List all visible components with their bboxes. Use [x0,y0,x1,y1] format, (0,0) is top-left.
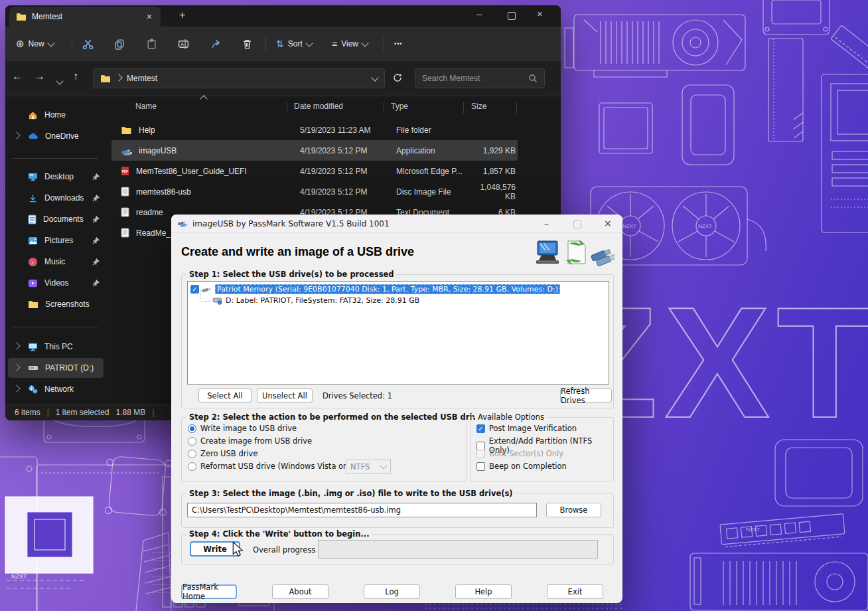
drive-row[interactable]: ✓ Patriot Memory (Serial: 9E0B01077040 D… [190,284,560,294]
sidebar-item-screenshots[interactable]: Screenshots [8,294,104,314]
option-post-image-verification[interactable]: ✓ Post Image Verification [476,424,577,433]
file-row-disc-image[interactable]: memtest86-usb 4/19/2023 5:12 PM Disc Ima… [111,181,518,202]
sidebar-item-pictures[interactable]: Pictures [8,230,104,250]
copy-button[interactable] [113,33,126,54]
checkbox[interactable] [476,462,485,471]
breadcrumb-chevron-icon [115,74,122,81]
select-all-button[interactable]: Select All [198,389,252,402]
tab-memtest[interactable]: Memtest × [9,7,161,27]
share-button[interactable] [209,33,222,54]
log-button[interactable]: Log [364,584,420,599]
drive-checkbox[interactable]: ✓ [190,285,199,294]
pin-icon [92,258,100,266]
volume-drive-icon: i [212,297,223,305]
radio-zero-drive[interactable]: Zero USB drive [188,449,258,458]
column-divider [384,102,384,114]
sidebar-item-desktop[interactable]: Desktop [8,167,104,187]
videos-icon [28,278,38,288]
browse-button[interactable]: Browse [546,503,601,517]
new-tab-button[interactable]: + [179,9,185,21]
new-button[interactable]: ⊕ New [16,33,54,54]
home-icon [28,110,38,120]
sidebar-item-onedrive[interactable]: OneDrive [8,126,104,146]
sidebar-divider [12,158,98,159]
drives-selected-count: Drives Selected: 1 [323,391,392,400]
window-minimize-button[interactable]: – [476,8,482,19]
step3-label: Step 3: Select the image (.bin, .img or … [186,489,516,498]
sidebar-item-label: This PC [44,342,73,351]
dialog-close-button[interactable]: × [604,218,612,228]
volume-row[interactable]: i D: Label: PATRIOT, FileSystem: FAT32, … [196,296,419,305]
up-button[interactable]: ↑ [73,70,78,82]
help-button[interactable]: Help [455,584,512,599]
radio-icon[interactable] [188,437,196,446]
chevron-down-icon [305,39,313,46]
file-row-help[interactable]: Help 5/19/2023 11:23 AM File folder [111,120,518,140]
address-bar[interactable]: Memtest [93,68,385,88]
selection-count: 1 item selected [56,408,109,417]
checked-checkbox[interactable]: ✓ [476,424,485,433]
radio-selected-icon[interactable] [188,424,196,433]
svg-text:i: i [219,301,220,304]
paste-button[interactable] [145,33,158,54]
dialog-minimize-button[interactable]: – [544,218,549,228]
music-icon: ♪ [28,257,38,267]
dialog-title-bar[interactable]: imageUSB by PassMark Software V1.5 Build… [171,215,622,233]
column-header-type[interactable]: Type [391,102,408,111]
column-header-size[interactable]: Size [471,102,486,111]
chevron-down-icon [47,39,54,46]
usb-drive-list[interactable]: ✓ Patriot Memory (Serial: 9E0B01077040 D… [187,281,609,385]
recent-locations-button[interactable] [57,74,62,86]
sidebar-item-home[interactable]: Home [8,105,104,125]
sort-label: Sort [288,39,303,48]
search-icon [528,74,538,83]
step4-label: Step 4: Click the 'Write' button to begi… [186,529,372,539]
window-maximize-button[interactable] [508,11,516,22]
radio-icon[interactable] [188,450,196,458]
about-button[interactable]: About [272,584,328,599]
passmark-home-button[interactable]: PassMark Home [181,584,237,599]
refresh-drives-button[interactable]: Refresh Drives [560,389,612,402]
tab-close-icon[interactable]: × [145,11,154,22]
window-close-button[interactable]: × [537,8,543,19]
image-path-input[interactable]: C:\Users\TestPC\Desktop\Memtest\memtest8… [187,503,537,517]
sidebar-item-videos[interactable]: Videos [8,273,104,293]
forward-button[interactable]: → [35,70,45,82]
step3-group: Step 3: Select the image (.bin, .img or … [181,493,614,528]
sidebar-item-this-pc[interactable]: This PC [8,337,104,357]
exit-button[interactable]: Exit [547,584,603,599]
radio-reformat-drive[interactable]: Reformat USB drive (Windows Vista or lat… [188,462,370,471]
delete-button[interactable] [241,33,253,54]
sidebar-item-network[interactable]: Network [8,379,104,399]
see-more-button[interactable]: ••• [394,33,402,54]
radio-write-image[interactable]: Write image to USB drive [188,424,297,433]
file-row-imageusb[interactable]: imageUSB 4/19/2023 5:12 PM Application 1… [111,140,518,161]
column-header-name[interactable]: Name [135,102,157,111]
address-dropdown-icon[interactable] [371,74,378,81]
radio-icon[interactable] [188,462,196,471]
back-button[interactable]: ← [12,70,23,82]
sort-button[interactable]: ⇅ Sort [276,33,312,54]
tab-title: Memtest [32,12,139,21]
option-boot-sectors: Boot Sector(s) Only [476,449,563,458]
option-beep-on-completion[interactable]: Beep on Completion [476,462,567,471]
sidebar-divider [12,327,98,327]
sidebar-item-documents[interactable]: Documents [8,209,104,229]
search-box[interactable]: Search Memtest [415,68,545,88]
drive-description[interactable]: Patriot Memory (Serial: 9E0B01077040 Dis… [215,284,560,294]
more-icon: ••• [394,41,402,47]
view-button[interactable]: ≡ View [332,33,368,54]
refresh-button[interactable] [392,72,403,83]
unselect-all-button[interactable]: Unselect All [257,389,313,402]
cut-button[interactable] [82,33,94,54]
volume-description[interactable]: D: Label: PATRIOT, FileSystem: FAT32, Si… [226,296,419,305]
sidebar-item-music[interactable]: ♪ Music [8,252,104,272]
sidebar-item-patriot-drive[interactable]: PATRIOT (D:) [8,358,104,378]
sidebar-item-downloads[interactable]: Downloads [8,188,104,208]
breadcrumb[interactable]: Memtest [127,74,157,83]
radio-create-image[interactable]: Create image from USB drive [188,436,312,446]
file-row-pdf-guide[interactable]: PDFMemTest86_User_Guide_UEFI 4/19/2023 5… [111,161,518,181]
desktop-icon [28,172,38,181]
rename-button[interactable]: A [177,33,190,54]
column-header-date[interactable]: Date modified [294,102,343,111]
